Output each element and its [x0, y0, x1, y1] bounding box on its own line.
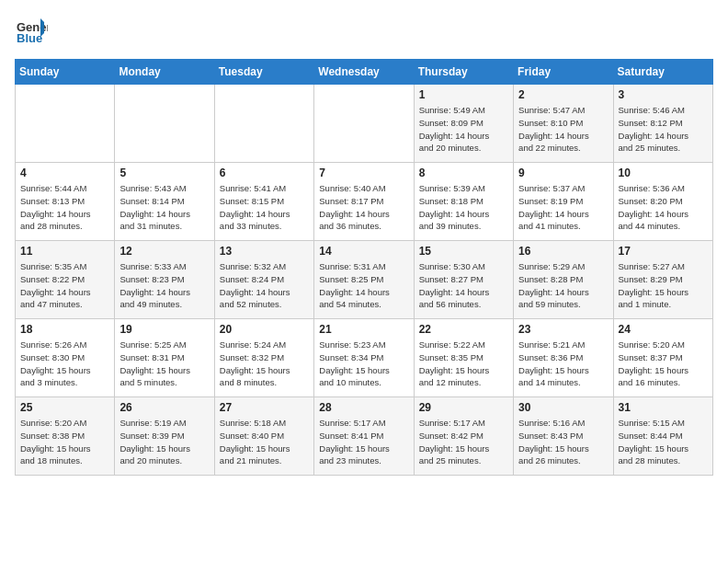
header-thursday: Thursday [414, 60, 513, 85]
day-info: Sunrise: 5:32 AM Sunset: 8:24 PM Dayligh… [220, 260, 309, 311]
day-number: 26 [119, 401, 209, 414]
calendar-cell: 19Sunrise: 5:25 AM Sunset: 8:31 PM Dayli… [115, 319, 214, 397]
day-number: 12 [119, 245, 209, 258]
header-monday: Monday [115, 60, 214, 85]
header-tuesday: Tuesday [214, 60, 313, 85]
day-info: Sunrise: 5:30 AM Sunset: 8:27 PM Dayligh… [419, 260, 508, 311]
day-info: Sunrise: 5:31 AM Sunset: 8:25 PM Dayligh… [319, 260, 408, 311]
day-info: Sunrise: 5:29 AM Sunset: 8:28 PM Dayligh… [518, 260, 608, 311]
calendar-cell: 20Sunrise: 5:24 AM Sunset: 8:32 PM Dayli… [214, 319, 313, 397]
day-number: 25 [20, 401, 109, 414]
day-number: 4 [20, 167, 109, 179]
calendar-cell: 3Sunrise: 5:46 AM Sunset: 8:12 PM Daylig… [613, 85, 712, 163]
day-number: 18 [20, 323, 109, 336]
calendar-week-3: 11Sunrise: 5:35 AM Sunset: 8:22 PM Dayli… [16, 241, 713, 319]
calendar-cell: 16Sunrise: 5:29 AM Sunset: 8:28 PM Dayli… [514, 241, 613, 319]
calendar-cell: 30Sunrise: 5:16 AM Sunset: 8:43 PM Dayli… [514, 397, 613, 476]
calendar-cell: 4Sunrise: 5:44 AM Sunset: 8:13 PM Daylig… [16, 163, 115, 241]
calendar-cell: 25Sunrise: 5:20 AM Sunset: 8:38 PM Dayli… [16, 397, 115, 476]
day-number: 24 [619, 323, 708, 336]
day-info: Sunrise: 5:27 AM Sunset: 8:29 PM Dayligh… [619, 260, 708, 311]
day-info: Sunrise: 5:46 AM Sunset: 8:12 PM Dayligh… [619, 104, 708, 155]
calendar-cell: 5Sunrise: 5:43 AM Sunset: 8:14 PM Daylig… [115, 163, 214, 241]
calendar-cell: 12Sunrise: 5:33 AM Sunset: 8:23 PM Dayli… [115, 241, 214, 319]
calendar-cell: 31Sunrise: 5:15 AM Sunset: 8:44 PM Dayli… [613, 397, 712, 476]
day-info: Sunrise: 5:41 AM Sunset: 8:15 PM Dayligh… [220, 182, 309, 233]
day-number: 17 [619, 245, 708, 258]
calendar-cell [314, 85, 414, 163]
logo-icon: General Blue [15, 15, 48, 48]
day-info: Sunrise: 5:24 AM Sunset: 8:32 PM Dayligh… [220, 339, 309, 389]
day-info: Sunrise: 5:20 AM Sunset: 8:38 PM Dayligh… [20, 417, 109, 467]
day-info: Sunrise: 5:15 AM Sunset: 8:44 PM Dayligh… [619, 417, 708, 467]
calendar-cell: 23Sunrise: 5:21 AM Sunset: 8:36 PM Dayli… [514, 319, 613, 397]
day-number: 28 [319, 401, 408, 414]
calendar-cell: 27Sunrise: 5:18 AM Sunset: 8:40 PM Dayli… [214, 397, 313, 476]
day-info: Sunrise: 5:37 AM Sunset: 8:19 PM Dayligh… [518, 182, 608, 233]
day-info: Sunrise: 5:17 AM Sunset: 8:41 PM Dayligh… [319, 417, 408, 467]
calendar-cell: 24Sunrise: 5:20 AM Sunset: 8:37 PM Dayli… [613, 319, 712, 397]
day-info: Sunrise: 5:20 AM Sunset: 8:37 PM Dayligh… [619, 339, 708, 389]
day-info: Sunrise: 5:39 AM Sunset: 8:18 PM Dayligh… [419, 182, 508, 233]
calendar-cell: 6Sunrise: 5:41 AM Sunset: 8:15 PM Daylig… [214, 163, 313, 241]
day-number: 1 [419, 88, 508, 101]
day-number: 7 [319, 167, 408, 179]
calendar-week-1: 1Sunrise: 5:49 AM Sunset: 8:09 PM Daylig… [16, 85, 713, 163]
day-number: 13 [220, 245, 309, 258]
day-info: Sunrise: 5:40 AM Sunset: 8:17 PM Dayligh… [319, 182, 408, 233]
day-info: Sunrise: 5:33 AM Sunset: 8:23 PM Dayligh… [119, 260, 209, 311]
day-number: 14 [319, 245, 408, 258]
day-number: 21 [319, 323, 408, 336]
day-number: 11 [20, 245, 109, 258]
calendar-table: SundayMondayTuesdayWednesdayThursdayFrid… [15, 59, 713, 476]
header-saturday: Saturday [613, 60, 712, 85]
calendar-week-2: 4Sunrise: 5:44 AM Sunset: 8:13 PM Daylig… [16, 163, 713, 241]
calendar-cell [214, 85, 313, 163]
calendar-week-5: 25Sunrise: 5:20 AM Sunset: 8:38 PM Dayli… [16, 397, 713, 476]
calendar-week-4: 18Sunrise: 5:26 AM Sunset: 8:30 PM Dayli… [16, 319, 713, 397]
calendar-cell: 7Sunrise: 5:40 AM Sunset: 8:17 PM Daylig… [314, 163, 414, 241]
day-number: 2 [518, 88, 608, 101]
day-info: Sunrise: 5:44 AM Sunset: 8:13 PM Dayligh… [20, 182, 109, 233]
header-wednesday: Wednesday [314, 60, 414, 85]
day-number: 8 [419, 167, 508, 179]
calendar-cell: 28Sunrise: 5:17 AM Sunset: 8:41 PM Dayli… [314, 397, 414, 476]
day-number: 19 [119, 323, 209, 336]
calendar-cell: 1Sunrise: 5:49 AM Sunset: 8:09 PM Daylig… [414, 85, 513, 163]
day-info: Sunrise: 5:47 AM Sunset: 8:10 PM Dayligh… [518, 104, 608, 155]
day-number: 16 [518, 245, 608, 258]
day-info: Sunrise: 5:25 AM Sunset: 8:31 PM Dayligh… [119, 339, 209, 389]
calendar-cell [115, 85, 214, 163]
calendar-header-row: SundayMondayTuesdayWednesdayThursdayFrid… [16, 60, 713, 85]
calendar-cell: 15Sunrise: 5:30 AM Sunset: 8:27 PM Dayli… [414, 241, 513, 319]
calendar-cell: 21Sunrise: 5:23 AM Sunset: 8:34 PM Dayli… [314, 319, 414, 397]
calendar-cell: 11Sunrise: 5:35 AM Sunset: 8:22 PM Dayli… [16, 241, 115, 319]
day-info: Sunrise: 5:21 AM Sunset: 8:36 PM Dayligh… [518, 339, 608, 389]
day-info: Sunrise: 5:35 AM Sunset: 8:22 PM Dayligh… [20, 260, 109, 311]
calendar-cell: 10Sunrise: 5:36 AM Sunset: 8:20 PM Dayli… [613, 163, 712, 241]
calendar-cell: 18Sunrise: 5:26 AM Sunset: 8:30 PM Dayli… [16, 319, 115, 397]
day-number: 15 [419, 245, 508, 258]
calendar-cell: 14Sunrise: 5:31 AM Sunset: 8:25 PM Dayli… [314, 241, 414, 319]
day-info: Sunrise: 5:23 AM Sunset: 8:34 PM Dayligh… [319, 339, 408, 389]
day-info: Sunrise: 5:22 AM Sunset: 8:35 PM Dayligh… [419, 339, 508, 389]
svg-text:Blue: Blue [17, 31, 42, 45]
day-number: 5 [119, 167, 209, 179]
calendar-cell: 26Sunrise: 5:19 AM Sunset: 8:39 PM Dayli… [115, 397, 214, 476]
day-info: Sunrise: 5:26 AM Sunset: 8:30 PM Dayligh… [20, 339, 109, 389]
calendar-cell: 8Sunrise: 5:39 AM Sunset: 8:18 PM Daylig… [414, 163, 513, 241]
day-number: 9 [518, 167, 608, 179]
day-info: Sunrise: 5:49 AM Sunset: 8:09 PM Dayligh… [419, 104, 508, 155]
day-info: Sunrise: 5:36 AM Sunset: 8:20 PM Dayligh… [619, 182, 708, 233]
calendar-cell: 9Sunrise: 5:37 AM Sunset: 8:19 PM Daylig… [514, 163, 613, 241]
calendar-cell: 13Sunrise: 5:32 AM Sunset: 8:24 PM Dayli… [214, 241, 313, 319]
day-info: Sunrise: 5:43 AM Sunset: 8:14 PM Dayligh… [119, 182, 209, 233]
header-sunday: Sunday [16, 60, 115, 85]
day-info: Sunrise: 5:16 AM Sunset: 8:43 PM Dayligh… [518, 417, 608, 467]
calendar-cell: 22Sunrise: 5:22 AM Sunset: 8:35 PM Dayli… [414, 319, 513, 397]
day-number: 27 [220, 401, 309, 414]
day-info: Sunrise: 5:18 AM Sunset: 8:40 PM Dayligh… [220, 417, 309, 467]
day-number: 31 [619, 401, 708, 414]
day-info: Sunrise: 5:17 AM Sunset: 8:42 PM Dayligh… [419, 417, 508, 467]
calendar-cell: 2Sunrise: 5:47 AM Sunset: 8:10 PM Daylig… [514, 85, 613, 163]
